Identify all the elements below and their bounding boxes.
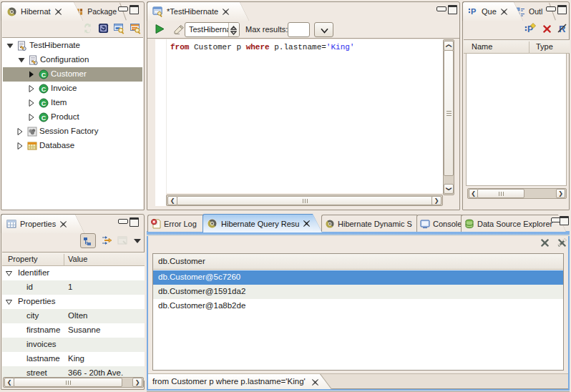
svg-text:P: P bbox=[471, 7, 476, 16]
svg-text:C: C bbox=[42, 114, 47, 122]
svg-text:C: C bbox=[42, 72, 47, 79]
svg-text:C: C bbox=[42, 100, 47, 107]
svg-text:C: C bbox=[42, 86, 47, 93]
